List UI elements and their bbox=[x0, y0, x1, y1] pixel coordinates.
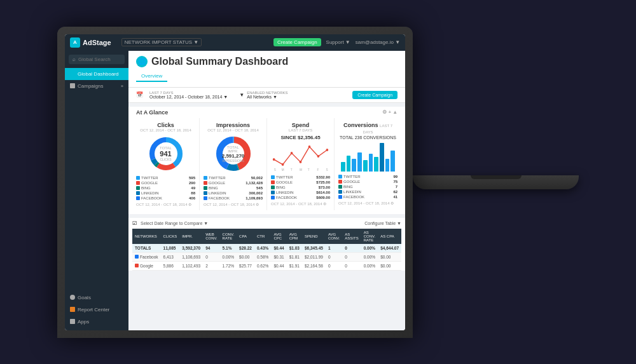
plus-icon[interactable]: + bbox=[388, 109, 391, 115]
sidebar: ⌕ Global Dashboard Campaigns » bbox=[65, 51, 128, 330]
network-label: FACEBOOK bbox=[209, 196, 230, 200]
data-cell: 1.72% bbox=[220, 261, 237, 270]
sidebar-item-campaigns[interactable]: Campaigns » bbox=[65, 80, 128, 92]
impressions-card: Impressions OCT 12, 2014 - OCT 18, 2014 bbox=[200, 118, 267, 210]
network-dot bbox=[136, 186, 140, 190]
conversions-bars bbox=[338, 140, 398, 172]
user-menu[interactable]: sam@adstage.io ▼ bbox=[356, 39, 400, 45]
at-glance-title: At A Glance bbox=[136, 109, 168, 116]
network-row: LINKEDIN 88 bbox=[136, 191, 195, 196]
table-header-cell[interactable]: AS CONV. RATE bbox=[361, 229, 378, 244]
date-range-value[interactable]: October 12, 2014 - October 18, 2014 ▼ bbox=[149, 95, 228, 99]
svg-text:W: W bbox=[300, 168, 303, 171]
clicks-sub-label: CLICKS bbox=[160, 158, 172, 161]
network-name: FACEBOOK bbox=[338, 195, 364, 199]
table-header-cell[interactable]: AS CPA bbox=[378, 229, 401, 244]
data-cell: 1,102,493 bbox=[179, 261, 203, 270]
network-value: 62 bbox=[393, 190, 398, 194]
calendar-icon: 📅 bbox=[136, 91, 143, 98]
data-cell: $2,011.99 bbox=[302, 252, 326, 261]
totals-cell: $4,644.07 bbox=[378, 244, 401, 253]
data-cell: $2,164.58 bbox=[302, 261, 326, 270]
clicks-donut-center: TOTAL 941 CLICKS bbox=[160, 146, 172, 161]
network-label: LINKEDIN bbox=[276, 191, 294, 194]
network-dot bbox=[136, 191, 140, 195]
network-row: FACEBOOK $609.00 bbox=[271, 195, 330, 200]
dash-title: 🌐 Global Summary Dashboard bbox=[136, 56, 398, 67]
conversions-sub: CONVERSIONS bbox=[363, 135, 396, 140]
table-header-cell[interactable]: WEB CONV. bbox=[203, 229, 219, 244]
table-header-cell[interactable]: AVG CONV. bbox=[326, 229, 342, 244]
table-header-cell[interactable]: CPA bbox=[237, 229, 254, 244]
clicks-donut: TOTAL 941 CLICKS bbox=[147, 135, 185, 173]
spend-card: Spend LAST 7 DAYS SINCE $2,356.45 bbox=[267, 118, 335, 210]
table-header-cell[interactable]: NETWORKS bbox=[132, 229, 161, 244]
network-value: 1,132,428 bbox=[245, 181, 263, 185]
network-row: BING 545 bbox=[204, 185, 263, 191]
clicks-value: 941 bbox=[160, 150, 172, 158]
table-header-cell[interactable]: AS ASSITS bbox=[342, 229, 361, 244]
nav-status[interactable]: NETWORK IMPORT STATUS ▼ bbox=[121, 38, 202, 46]
create-campaign-nav-btn[interactable]: Create Campaign bbox=[273, 38, 321, 46]
table-header-cell[interactable]: CTR bbox=[254, 229, 271, 244]
conv-bar-2 bbox=[347, 156, 351, 172]
table-header-cell[interactable]: CONV. RATE bbox=[220, 229, 237, 244]
create-campaign-button[interactable]: Create Campaign bbox=[352, 91, 398, 99]
totals-cell: 11,085 bbox=[161, 244, 180, 253]
table-header-cell[interactable]: IMPR. bbox=[179, 229, 203, 244]
network-name: LINKEDIN bbox=[271, 191, 294, 194]
collapse-icon[interactable]: ▲ bbox=[392, 109, 398, 115]
network-name: GOOGLE bbox=[271, 180, 293, 184]
network-value: 88 bbox=[191, 191, 195, 195]
network-row: LINKEDIN 300,002 bbox=[204, 191, 263, 196]
network-row: LINKEDIN $614.00 bbox=[271, 190, 330, 195]
sidebar-item-global-dashboard[interactable]: Global Dashboard bbox=[65, 68, 128, 80]
network-name: TWITTER bbox=[136, 176, 158, 180]
spend-sparkline-svg: S M T W T F S bbox=[271, 140, 330, 172]
dash-header: 🌐 Global Summary Dashboard Overview bbox=[128, 51, 405, 88]
network-label: TWITTER bbox=[276, 175, 293, 179]
search-box[interactable]: ⌕ bbox=[69, 55, 125, 64]
network-label: TWITTER bbox=[209, 176, 226, 180]
svg-point-16 bbox=[308, 145, 311, 148]
at-glance-header: At A Glance ⚙ + ▲ bbox=[128, 107, 405, 118]
table-header-cell[interactable]: SPEND bbox=[302, 229, 326, 244]
svg-text:M: M bbox=[282, 168, 284, 171]
clicks-network-list: TWITTER 595 GOOGLE 290 BING 49 LINKEDIN … bbox=[136, 175, 195, 201]
support-link[interactable]: Support ▼ bbox=[326, 39, 350, 45]
settings-icon[interactable]: ⚙ bbox=[382, 109, 387, 115]
impressions-date-bottom: OCT 12, 2014 - OCT 18, 2014 ⚙ bbox=[204, 202, 263, 206]
data-cell: 5,886 bbox=[161, 261, 180, 270]
networks-value[interactable]: All Networks ▼ bbox=[247, 95, 277, 99]
sidebar-item-report-center[interactable]: Report Center bbox=[65, 304, 128, 316]
search-input[interactable] bbox=[78, 57, 121, 62]
network-dot bbox=[338, 175, 342, 179]
network-dot bbox=[338, 185, 342, 189]
configure-table-button[interactable]: Configure Table ▼ bbox=[364, 221, 401, 226]
network-name: FACEBOOK bbox=[204, 196, 230, 200]
sidebar-item-goals[interactable]: Goals bbox=[65, 292, 128, 304]
laptop-base bbox=[413, 175, 579, 189]
apps-label: Apps bbox=[78, 319, 89, 325]
date-range: LAST 7 DAYS October 12, 2014 - October 1… bbox=[149, 91, 228, 99]
network-dot bbox=[204, 181, 207, 185]
table-header-cell[interactable]: CLICKS bbox=[161, 229, 180, 244]
conversions-title: Conversions LAST 7 DAYS bbox=[338, 122, 398, 135]
network-label: TWITTER bbox=[343, 175, 361, 179]
date-range-select[interactable]: Select Date Range to Compare ▼ bbox=[141, 221, 208, 226]
network-name: BING bbox=[204, 186, 218, 190]
laptop-screen: A AdStage NETWORK IMPORT STATUS ▼ Create… bbox=[65, 34, 405, 330]
data-cell: 0.62% bbox=[254, 261, 271, 270]
sidebar-item-apps[interactable]: Apps bbox=[65, 316, 128, 328]
network-value: $725.00 bbox=[316, 180, 330, 184]
clicks-title: Clicks bbox=[136, 122, 195, 128]
network-value: $332.90 bbox=[316, 175, 330, 179]
dash-tabs: Overview bbox=[136, 71, 398, 82]
clicks-card: Clicks OCT 12, 2014 - OCT 18, 2014 bbox=[132, 118, 200, 210]
table-header-cell[interactable]: AVG CPC bbox=[271, 229, 286, 244]
logo-icon: A bbox=[70, 37, 80, 48]
tab-overview[interactable]: Overview bbox=[136, 71, 167, 82]
totals-cell: $28.22 bbox=[237, 244, 254, 253]
table-header-cell[interactable]: AVG CPM bbox=[287, 229, 302, 244]
network-name: TWITTER bbox=[204, 176, 226, 180]
